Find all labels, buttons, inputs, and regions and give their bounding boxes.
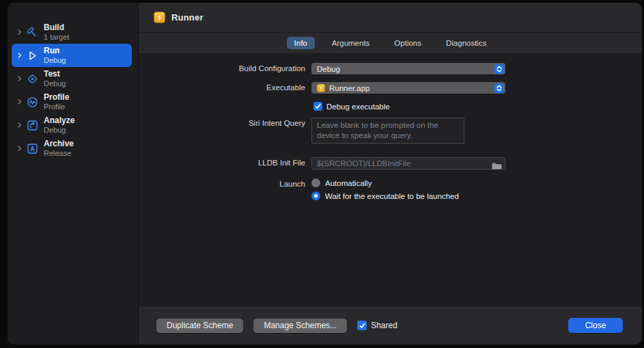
- scheme-detail-pane: Runner Info Arguments Options Diagnostic…: [139, 3, 642, 345]
- executable-popup[interactable]: Runner.app: [311, 82, 505, 94]
- launch-automatically-option[interactable]: Automatically: [311, 178, 459, 187]
- chevron-right-icon[interactable]: [15, 98, 25, 105]
- popup-stepper-icon: [494, 83, 504, 93]
- chevron-right-icon[interactable]: [15, 29, 25, 36]
- chevron-right-icon[interactable]: [15, 145, 25, 152]
- sidebar-item-subtitle: Debug: [44, 57, 66, 64]
- archive-icon: [26, 142, 39, 155]
- radio-unselected-icon[interactable]: [311, 178, 320, 187]
- popup-stepper-icon: [494, 64, 504, 74]
- shared-label: Shared: [371, 321, 397, 330]
- profile-gauge-icon: [26, 96, 39, 109]
- sidebar-item-label: Archive: [44, 139, 74, 148]
- checkbox-checked-icon[interactable]: [357, 321, 367, 330]
- launch-automatically-label: Automatically: [325, 179, 372, 187]
- sidebar-item-label: Test: [44, 70, 66, 78]
- manage-schemes-button[interactable]: Manage Schemes...: [253, 319, 347, 333]
- screen-background: Build 1 target Run Debug Test Debug: [0, 0, 644, 348]
- sidebar-item-build[interactable]: Build 1 target: [12, 21, 132, 44]
- dialog-footer: Duplicate Scheme Manage Schemes... Share…: [139, 306, 642, 345]
- tab-diagnostics[interactable]: Diagnostics: [438, 37, 494, 49]
- siri-intent-query-input[interactable]: [311, 118, 464, 144]
- test-diamond-icon: [26, 72, 39, 85]
- executable-value: Runner.app: [329, 84, 369, 92]
- launch-wait-label: Wait for the executable to be launched: [325, 192, 459, 200]
- runner-app-icon: [154, 12, 165, 23]
- build-configuration-label: Build Configuration: [139, 63, 311, 72]
- lldb-init-file-input[interactable]: [312, 158, 505, 169]
- tab-options[interactable]: Options: [387, 37, 429, 49]
- scheme-name: Runner: [171, 12, 204, 23]
- scheme-actions-sidebar: Build 1 target Run Debug Test Debug: [8, 3, 139, 345]
- tab-arguments[interactable]: Arguments: [324, 37, 378, 49]
- radio-selected-icon[interactable]: [311, 191, 320, 200]
- debug-executable-label: Debug executable: [326, 103, 390, 111]
- close-button[interactable]: Close: [568, 318, 623, 333]
- sidebar-item-subtitle: 1 target: [44, 34, 69, 41]
- sidebar-item-test[interactable]: Test Debug: [12, 67, 132, 90]
- chevron-right-icon[interactable]: [15, 52, 25, 59]
- sidebar-item-subtitle: Debug: [44, 126, 74, 134]
- sidebar-item-profile[interactable]: Profile Profile: [12, 90, 132, 113]
- play-icon: [26, 49, 39, 62]
- launch-wait-option[interactable]: Wait for the executable to be launched: [311, 191, 459, 200]
- sidebar-item-run[interactable]: Run Debug: [12, 44, 132, 67]
- executable-label: Executable: [139, 82, 311, 92]
- build-configuration-popup[interactable]: Debug: [311, 63, 505, 75]
- launch-label: Launch: [139, 178, 311, 188]
- checkbox-checked-icon[interactable]: [313, 102, 322, 111]
- lldb-init-file-label: LLDB Init File: [139, 150, 311, 167]
- info-tab-content: Build Configuration Debug Executable Run…: [139, 54, 642, 306]
- runner-app-icon: [317, 84, 325, 92]
- folder-icon[interactable]: [492, 160, 502, 168]
- scheme-header: Runner: [139, 3, 642, 33]
- sidebar-item-label: Profile: [44, 93, 69, 101]
- debug-executable-checkbox-row[interactable]: Debug executable: [313, 102, 505, 111]
- edit-scheme-dialog: Build 1 target Run Debug Test Debug: [8, 3, 642, 345]
- sidebar-item-label: Analyze: [44, 116, 74, 124]
- sidebar-item-archive[interactable]: Archive Release: [12, 137, 132, 160]
- tab-info[interactable]: Info: [287, 37, 315, 49]
- chevron-right-icon[interactable]: [15, 75, 25, 82]
- sidebar-item-subtitle: Release: [44, 150, 74, 157]
- tab-bar: Info Arguments Options Diagnostics: [139, 33, 642, 54]
- lldb-init-file-field[interactable]: [311, 157, 505, 170]
- sidebar-item-subtitle: Profile: [44, 103, 69, 111]
- sidebar-item-label: Build: [44, 23, 69, 31]
- chevron-right-icon[interactable]: [15, 122, 25, 129]
- hammer-icon: [26, 26, 39, 39]
- sidebar-item-analyze[interactable]: Analyze Debug: [12, 113, 132, 137]
- shared-checkbox-row[interactable]: Shared: [357, 321, 397, 330]
- sidebar-item-label: Run: [44, 46, 66, 55]
- build-configuration-value: Debug: [317, 65, 340, 73]
- analyze-icon: [26, 119, 39, 132]
- siri-intent-query-label: Siri Intent Query: [139, 118, 311, 127]
- duplicate-scheme-button[interactable]: Duplicate Scheme: [156, 319, 243, 333]
- sidebar-item-subtitle: Debug: [44, 80, 66, 88]
